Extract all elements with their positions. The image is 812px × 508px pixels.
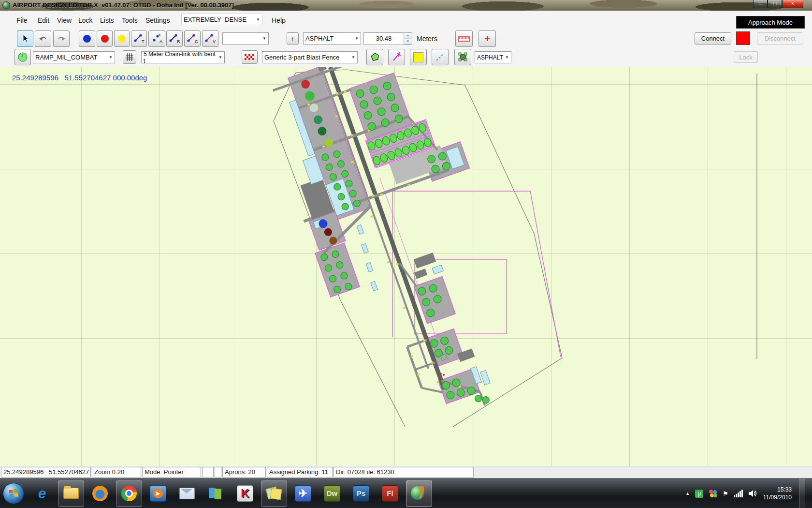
taskbar-messenger[interactable] [203,480,229,507]
lock-button[interactable]: Lock [734,51,758,63]
taskbar-firefox[interactable] [87,480,113,507]
show-desktop-button[interactable] [799,478,805,508]
ramp-spot-tool-button[interactable] [14,49,31,65]
close-button[interactable]: × [782,0,803,8]
menu-view[interactable]: View [55,15,73,25]
surface-select[interactable]: ASPHALT ▼ [475,51,511,63]
taskbar-flash[interactable]: Fl [377,480,403,507]
network-signal-icon[interactable] [734,490,743,497]
airport-map-canvas[interactable] [0,67,812,466]
start-button[interactable] [3,483,24,504]
menu-tools[interactable]: Tools [120,15,140,25]
ramp-type-select[interactable]: RAMP_MIL_COMBAT ▼ [33,51,115,63]
taxiway-line-tool-button[interactable]: T [131,30,147,47]
red-node-tool-button[interactable] [97,30,113,47]
yellow-node-tool-button[interactable] [114,30,130,47]
grid-tool-button[interactable] [123,50,136,64]
redo-button[interactable] [53,30,70,47]
spin-up-icon[interactable]: ▲ [404,33,412,39]
disconnect-button[interactable]: Disconnect [757,32,803,45]
status-coordinates: 25.249289596 51.552704627 [1,467,91,478]
menu-settings[interactable]: Settings [144,15,172,25]
closed-line-tool-button[interactable]: C [184,30,201,47]
action-center-flag-icon[interactable]: ⚑ [723,490,728,497]
vector-arrow-tool-button[interactable] [388,49,405,65]
menu-edit[interactable]: Edit [36,15,51,25]
polygon-tool-button[interactable] [366,49,383,65]
fence-type-select[interactable]: 5 Meter Chain-link with bent t ▼ [141,51,225,63]
blast-pad-tool-button[interactable] [242,50,258,64]
taskbar-kaspersky[interactable]: K [232,480,258,507]
taskbar-photoshop[interactable]: Ps [348,480,374,507]
taskbar-flight-simulator[interactable]: ✈ [290,480,316,507]
density-select[interactable]: EXTREMELY_DENSE ▼ [181,14,262,25]
measure-tool-button[interactable] [455,30,473,47]
blast-fence-select[interactable]: Generic 3-part Blast Fence ▼ [262,51,358,63]
show-hidden-icons-arrow[interactable]: ▲ [685,491,690,496]
grid-icon [125,53,134,61]
fence-type-value: 5 Meter Chain-link with bent t [144,51,217,64]
taskbar-chrome[interactable] [116,480,142,507]
apron-node-tool-button[interactable]: A [148,30,165,47]
add-point-button[interactable]: + [478,30,496,47]
menu-lock[interactable]: Lock [76,15,95,25]
spin-down-icon[interactable]: ▼ [404,39,412,45]
chevron-down-icon: ▼ [107,55,113,60]
pointer-tool-button[interactable] [17,30,33,47]
menu-lists[interactable]: Lists [98,15,116,25]
taskbar-dreamweaver[interactable]: Dw [319,480,345,507]
connect-button[interactable]: Connect [695,32,731,45]
width-spinner[interactable]: 30.48 ▲▼ [363,32,412,45]
firefox-icon [92,486,108,501]
volume-icon[interactable] [748,490,758,497]
yellow-area-tool-button[interactable] [410,49,427,65]
svg-text:V: V [213,39,216,44]
toolbar-secondary: RAMP_MIL_COMBAT ▼ 5 Meter Chain-link wit… [0,48,812,67]
taskbar-sticky-notes[interactable] [261,480,287,507]
material-select[interactable]: ASPHALT ▼ [303,32,361,45]
runway-line-tool-button[interactable]: R [166,30,183,47]
svg-text:C: C [195,39,198,44]
undo-arrow-icon [38,34,48,43]
approach-mode-button[interactable]: Approach Mode [736,16,805,29]
maximize-button[interactable]: □ [768,0,782,8]
photo-gallery-tray-icon[interactable] [709,489,717,498]
connection-status-indicator [736,31,750,45]
redo-arrow-icon [57,34,66,43]
dashed-line-tool-button[interactable] [432,49,449,65]
minimize-button[interactable]: – [753,0,768,8]
object-select[interactable]: ▼ [222,32,269,45]
windows-flag-icon [8,488,19,499]
taskbar-windows-explorer[interactable] [58,480,84,507]
window-titlebar[interactable]: AIRPORT DESIGN EDITOR X v01.47.07: OTBD … [0,0,812,11]
blue-dot-icon [83,35,91,43]
map-viewport[interactable]: 25.249289596 51.552704627 000.00deg [0,67,812,466]
taskbar-live-mail[interactable] [174,480,200,507]
chevron-down-icon: ▼ [261,36,266,41]
menu-help[interactable]: Help [270,15,288,25]
utorrent-tray-icon[interactable]: μ [695,490,703,498]
undo-button[interactable] [35,30,51,47]
clock-date: 11/09/2010 [763,493,792,501]
add-object-button[interactable]: + [287,32,299,45]
sticky-notes-icon [267,487,281,500]
material-select-value: ASPHALT [305,35,334,42]
chevron-down-icon: ▼ [353,36,359,41]
taskbar-media-player[interactable]: ▶ [145,480,171,507]
taskbar-internet-explorer[interactable]: e [29,480,55,507]
menu-file[interactable]: File [14,15,29,25]
chevron-down-icon: ▼ [349,55,355,60]
select-area-tool-button[interactable] [454,49,471,65]
line-c-icon: C [187,33,198,44]
taskbar-airport-design-editor[interactable] [406,480,432,507]
magenta-arrow-icon [392,52,402,62]
chevron-down-icon: ▼ [217,55,222,60]
dashed-line-icon [435,52,446,62]
airport-layout [256,67,546,442]
taskbar-clock[interactable]: 15:33 11/09/2010 [763,486,792,501]
vector-line-tool-button[interactable]: V [202,30,218,47]
blue-node-tool-button[interactable] [79,30,95,47]
system-tray: ▲ μ ⚑ 15:33 11/09/2010 [685,478,805,508]
svg-text:T: T [142,39,145,44]
app-globe-icon [2,1,10,9]
